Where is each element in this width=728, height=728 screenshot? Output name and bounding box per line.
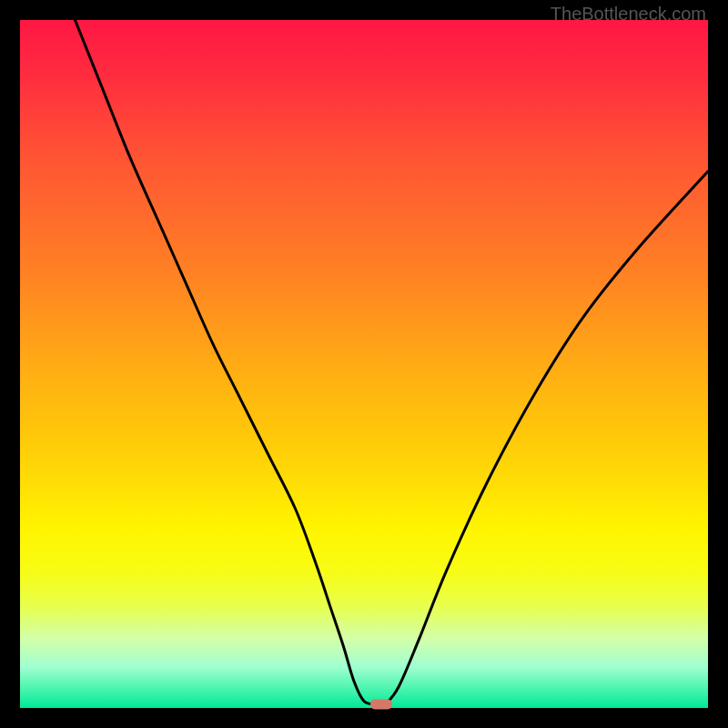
- minimum-marker: [370, 700, 392, 710]
- curve-svg: [20, 20, 708, 708]
- watermark-text: TheBottleneck.com: [551, 4, 706, 25]
- plot-area: [20, 20, 708, 708]
- chart-container: TheBottleneck.com: [0, 0, 728, 728]
- bottleneck-curve: [75, 20, 708, 706]
